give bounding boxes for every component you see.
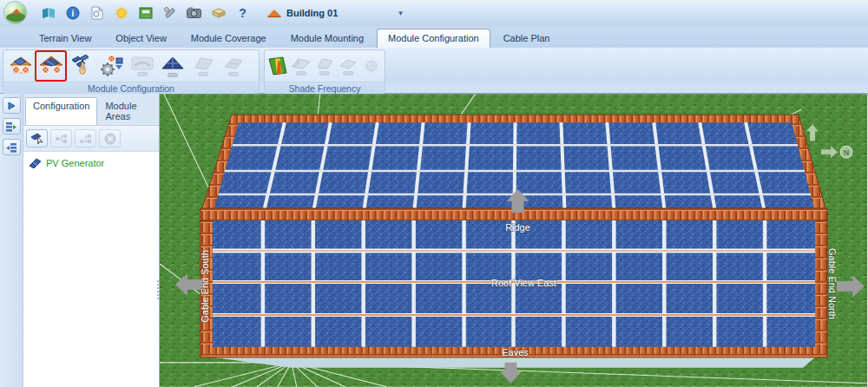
select-module-button[interactable] [26,129,48,148]
tab-terrain-view[interactable]: Terrain View [28,29,102,48]
module-configuration-buttons [3,50,259,82]
auto-configure-gear-icon [100,55,124,77]
compass-north-label: N [844,148,849,157]
shade-prism-button-disabled[interactable] [290,51,313,81]
app-window: i ? Building 01 ▾ [0,0,868,387]
tab-module-configuration[interactable]: Module Configuration [377,29,490,48]
tab-module-areas[interactable]: Module Areas [97,97,157,125]
chevron-down-icon[interactable]: ▾ [398,9,403,17]
import-list-button[interactable] [3,139,21,155]
tilted-module-1-icon [192,56,214,70]
building-selector[interactable]: Building 01 ▾ [260,3,410,23]
svg-text:i: i [71,9,74,18]
roof-modules-icon [161,56,185,71]
shade-frequency-map-icon [267,56,288,76]
dropdown-pill [168,73,178,77]
delete-circle-icon [104,133,116,145]
title-bar: i ? Building 01 ▾ [0,0,868,26]
delete-button-disabled[interactable] [99,129,121,148]
help-icon[interactable]: ? [235,5,250,20]
play-icon [7,102,16,110]
link-modules-icon [55,134,68,144]
ridge-label: Ridge [505,222,530,233]
dropdown-pill [343,71,353,75]
camera-icon[interactable] [187,5,201,20]
side-panel-toolbar [23,126,159,152]
viewport-3d[interactable]: N Ridge Roof View East Eaves Gable End S… [160,94,868,387]
eaves-label: Eaves [502,347,529,357]
tab-object-view[interactable]: Object View [104,29,178,48]
tab-configuration[interactable]: Configuration [25,97,97,125]
tab-cable-plan[interactable]: Cable Plan [492,29,562,48]
side-panel-tabs: Configuration Module Areas [23,94,159,126]
scene-svg: N Ridge Roof View East Eaves Gable End S… [160,94,867,387]
dropdown-pill [228,72,239,76]
cover-house-modules-icon [9,55,33,77]
roof-view-east-label: Roof View East [491,278,556,288]
screen-icon[interactable] [138,5,153,20]
unlink-modules-button-disabled[interactable] [75,129,96,148]
curve-tool-icon [131,56,154,70]
quick-access-toolbar: i ? [41,5,250,20]
shade-sun-button-disabled[interactable] [359,51,383,81]
link-modules-button-disabled[interactable] [50,129,72,148]
sun-icon[interactable] [114,5,128,20]
main-area: Configuration Module Areas [0,94,868,387]
dropdown-pill [137,72,148,76]
orb-hill-graphic [6,13,26,22]
unlink-modules-icon [79,134,92,144]
select-module-icon [30,133,44,144]
configure-house-modules-icon [39,55,63,77]
shade-plane-2-icon [339,57,358,69]
cover-house-modules-button[interactable] [5,51,36,81]
tab-module-mounting[interactable]: Module Mounting [279,29,375,48]
shade-plane-2-button-disabled[interactable] [336,51,359,81]
ribbon-group-module-configuration: Module Configuration [3,49,260,93]
tree-item-label: PV Generator [46,158,104,168]
list-arrow-right-icon [5,121,17,132]
dropdown-pill [198,72,208,76]
left-tool-strip [0,94,23,387]
gable-end-south-label: Gable End South [200,250,210,323]
shade-frequency-buttons [265,50,385,82]
ribbon-tab-strip: Terrain View Object View Module Coverage… [0,26,868,48]
list-arrow-left-icon [5,142,17,153]
arrange-modules-hand-button[interactable] [66,51,96,81]
tilted-module-1-button-disabled[interactable] [187,51,218,81]
group-label-module-configuration[interactable]: Module Configuration [3,82,259,95]
side-panel: Configuration Module Areas [23,94,160,387]
configuration-tree: PV Generator [23,152,159,387]
configure-house-modules-button[interactable] [36,51,66,81]
package-icon[interactable] [211,5,226,20]
ribbon: Module Configuration [0,48,868,94]
tree-item-pv-generator[interactable]: PV Generator [27,157,155,169]
curve-tool-button-disabled[interactable] [127,51,157,81]
auto-configure-gear-button[interactable] [96,51,127,81]
group-label-shade-frequency[interactable]: Shade Frequency [265,82,385,95]
shade-prism-icon [291,57,312,69]
tilted-module-2-icon [222,56,245,70]
arrange-modules-hand-icon [69,55,94,77]
tilted-module-2-button-disabled[interactable] [218,51,248,81]
ribbon-group-shade-frequency: Shade Frequency [264,49,385,93]
building-roof-icon [267,10,281,16]
roof-modules-button[interactable] [157,51,187,81]
play-panel-button[interactable] [3,97,21,114]
application-orb-button[interactable] [3,1,27,24]
tab-module-coverage[interactable]: Module Coverage [180,29,278,48]
dropdown-pill [319,71,330,75]
pv-module-icon [29,158,42,168]
gable-end-north-label: Gable End North [827,248,838,319]
info-icon[interactable]: i [65,5,80,20]
shade-frequency-map-button[interactable] [266,51,290,81]
dropdown-pill [296,71,306,75]
shade-plane-1-icon [315,57,334,69]
atlas-icon[interactable] [41,5,56,20]
export-list-button[interactable] [3,118,21,134]
building-selector-label: Building 01 [286,8,338,18]
page-preview-icon[interactable] [89,5,104,20]
lower-roof[interactable] [201,220,827,357]
shade-plane-1-button-disabled[interactable] [313,51,337,81]
tools-icon[interactable] [162,5,177,20]
shade-sun-icon [362,56,381,75]
